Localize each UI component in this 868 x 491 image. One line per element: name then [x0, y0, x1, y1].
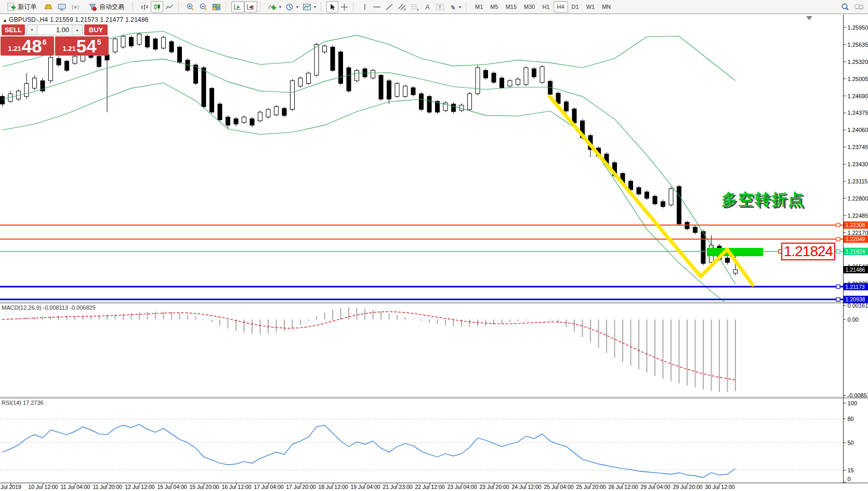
vertical-line-button[interactable]	[359, 1, 371, 12]
horizontal-line-button[interactable]	[371, 1, 383, 12]
sell-price-small: 1.21	[8, 45, 21, 52]
chevron-down-icon: ▾	[296, 5, 298, 9]
cursor-button[interactable]	[326, 1, 338, 12]
timeframe-h4-button[interactable]: H4	[554, 1, 568, 12]
fibonacci-button[interactable]: F	[409, 1, 422, 12]
time-tick-label: 22 Jul 12:00	[415, 484, 444, 490]
candle	[226, 117, 230, 125]
auto-trading-button[interactable]: 自动交易	[82, 1, 130, 12]
rsi-axis-label: 15	[848, 467, 854, 473]
timeframe-w1-button[interactable]: W1	[583, 1, 599, 12]
candle	[339, 52, 343, 84]
hline-anchor	[836, 285, 840, 288]
hline-price-label: 1.21173	[846, 284, 865, 290]
rsi-line	[3, 424, 736, 477]
candle	[726, 258, 730, 262]
chat-button[interactable]	[852, 1, 866, 12]
macd-axis-label: 0.00161	[848, 302, 868, 309]
candle	[65, 61, 69, 71]
sell-price-panel[interactable]: 1.21 48 6	[1, 36, 54, 56]
candle	[202, 68, 206, 107]
sell-button[interactable]: SELL	[2, 24, 25, 35]
auto-scroll-button[interactable]	[231, 1, 244, 12]
fibonacci-icon: F	[411, 3, 419, 11]
macd-axis-label: 0.00	[848, 316, 859, 323]
candle	[355, 71, 359, 81]
volume-input[interactable]: 1.00	[37, 24, 72, 35]
price-tick-label: 1.22800	[848, 195, 868, 202]
candle	[395, 84, 399, 97]
time-tick-label: 29 Jul 20:00	[673, 484, 702, 490]
search-button[interactable]	[839, 1, 852, 12]
market-button[interactable]	[42, 1, 55, 12]
bar-chart-button[interactable]	[138, 1, 151, 12]
timeframe-m15-button[interactable]: M15	[502, 1, 520, 12]
trendline-button[interactable]	[383, 1, 396, 12]
vertical-line-icon	[362, 3, 368, 11]
candle	[121, 36, 125, 47]
zoom-out-button[interactable]	[197, 1, 210, 12]
candle	[411, 88, 415, 95]
candle	[218, 104, 222, 120]
candle	[331, 47, 335, 71]
monitor-icon	[57, 3, 67, 11]
candle	[49, 57, 53, 81]
price-tick-label: 1.22485	[848, 213, 868, 219]
candle	[427, 97, 431, 112]
toolbar-separator	[353, 2, 357, 11]
candle	[234, 118, 238, 124]
time-tick-label: 19 Jul 04:00	[350, 484, 380, 490]
templates-button[interactable]: ▾	[300, 1, 318, 12]
new-order-button[interactable]: 新订单	[2, 1, 42, 12]
price-tick-label: 1.25320	[848, 59, 868, 65]
toolbar-separator	[260, 2, 264, 11]
candle	[379, 75, 383, 99]
timeframe-m30-button[interactable]: M30	[520, 1, 538, 12]
text-button[interactable]: A	[422, 1, 433, 12]
time-tick-label: 21 Jul 23:00	[383, 484, 412, 490]
equidistant-channel-button[interactable]: E	[396, 1, 409, 12]
candle	[178, 47, 182, 62]
zoom-in-button[interactable]	[184, 1, 197, 12]
bar-chart-icon	[140, 3, 149, 11]
volume-decrease-button[interactable]: ▼	[27, 24, 37, 35]
timeframe-h1-button[interactable]: H1	[538, 1, 553, 12]
cursor-icon	[329, 3, 336, 11]
indicators-button[interactable]: ▾	[266, 1, 283, 12]
candle	[298, 78, 303, 86]
candle	[492, 73, 496, 83]
macd-pane	[3, 308, 736, 392]
candlestick-chart-icon	[153, 3, 161, 11]
tile-windows-button[interactable]	[210, 1, 223, 12]
hline-anchor	[836, 223, 840, 227]
timeframe-m1-button[interactable]: M1	[471, 1, 486, 12]
crosshair-button[interactable]	[338, 1, 350, 12]
line-chart-button[interactable]	[163, 1, 176, 12]
template-icon	[303, 3, 311, 11]
rsi-pane	[0, 419, 843, 477]
chat-icon	[854, 3, 864, 11]
candle	[500, 78, 504, 88]
buy-button[interactable]: BUY	[84, 24, 108, 35]
candle	[540, 67, 544, 82]
chart-canvas[interactable]: 1.259501.256351.253201.250051.246901.243…	[0, 0, 868, 491]
buy-price-panel[interactable]: 1.21 54 5	[55, 36, 109, 56]
volume-increase-button[interactable]: ▲	[72, 24, 83, 35]
main-price-pane	[0, 31, 843, 310]
candlestick-chart-button[interactable]	[151, 1, 163, 12]
candle	[532, 69, 536, 77]
arrows-button[interactable]: ▾	[446, 1, 463, 12]
timeframe-d1-button[interactable]: D1	[568, 1, 583, 12]
timeframe-mn-button[interactable]: MN	[598, 1, 614, 12]
periods-button[interactable]: ▾	[283, 1, 300, 12]
signal-button[interactable]	[69, 1, 82, 12]
candle	[516, 79, 520, 84]
chart-shift-button[interactable]	[244, 1, 257, 12]
rsi-axis-label: 80	[848, 416, 854, 422]
trendline-icon	[385, 3, 393, 11]
timeframe-group: M1M5M15M30H1H4D1W1MN	[471, 1, 614, 12]
text-label-button[interactable]: T	[433, 1, 446, 12]
timeframe-m5-button[interactable]: M5	[486, 1, 502, 12]
chart-window-button[interactable]	[55, 1, 69, 12]
candle	[266, 110, 270, 117]
